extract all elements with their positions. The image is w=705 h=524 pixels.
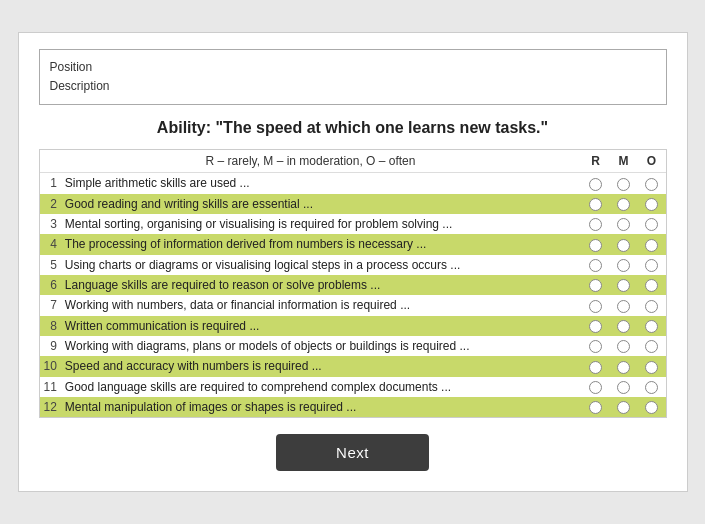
radio-r-cell[interactable] [582,356,610,376]
radio-m-cell[interactable] [610,234,638,254]
radio-o-cell[interactable] [638,255,666,275]
radio-r-cell[interactable] [582,234,610,254]
radio-o-icon[interactable] [645,340,658,353]
radio-o-icon[interactable] [645,300,658,313]
radio-r-icon[interactable] [589,279,602,292]
radio-o-icon[interactable] [645,381,658,394]
radio-r-cell[interactable] [582,173,610,194]
radio-r-icon[interactable] [589,361,602,374]
radio-m-icon[interactable] [617,401,630,414]
radio-r-cell[interactable] [582,336,610,356]
radio-m-icon[interactable] [617,300,630,313]
radio-m-cell[interactable] [610,316,638,336]
row-description: Working with diagrams, plans or models o… [61,336,582,356]
radio-m-icon[interactable] [617,279,630,292]
table-header-o: O [638,150,666,173]
row-description: Working with numbers, data or financial … [61,295,582,315]
table-row: 12Mental manipulation of images or shape… [40,397,666,417]
table-row: 10Speed and accuracy with numbers is req… [40,356,666,376]
radio-m-cell[interactable] [610,356,638,376]
radio-o-cell[interactable] [638,275,666,295]
row-description: Speed and accuracy with numbers is requi… [61,356,582,376]
row-number: 7 [40,295,61,315]
row-description: Good reading and writing skills are esse… [61,194,582,214]
radio-r-cell[interactable] [582,255,610,275]
row-description: Written communication is required ... [61,316,582,336]
row-description: Mental sorting, organising or visualisin… [61,214,582,234]
row-number: 6 [40,275,61,295]
radio-o-cell[interactable] [638,173,666,194]
radio-r-cell[interactable] [582,194,610,214]
radio-r-icon[interactable] [589,340,602,353]
radio-m-cell[interactable] [610,214,638,234]
radio-m-cell[interactable] [610,194,638,214]
radio-r-cell[interactable] [582,214,610,234]
radio-r-icon[interactable] [589,381,602,394]
radio-o-icon[interactable] [645,218,658,231]
radio-m-cell[interactable] [610,255,638,275]
table-header-m: M [610,150,638,173]
radio-r-icon[interactable] [589,239,602,252]
radio-m-cell[interactable] [610,397,638,417]
radio-o-cell[interactable] [638,234,666,254]
radio-o-icon[interactable] [645,259,658,272]
radio-r-icon[interactable] [589,198,602,211]
radio-r-cell[interactable] [582,275,610,295]
radio-o-cell[interactable] [638,356,666,376]
radio-m-cell[interactable] [610,295,638,315]
radio-o-icon[interactable] [645,279,658,292]
position-description-box: Position Description [39,49,667,105]
radio-m-icon[interactable] [617,361,630,374]
radio-m-icon[interactable] [617,320,630,333]
table-row: 5Using charts or diagrams or visualising… [40,255,666,275]
radio-r-icon[interactable] [589,300,602,313]
radio-o-cell[interactable] [638,194,666,214]
next-button[interactable]: Next [276,434,429,471]
radio-o-cell[interactable] [638,397,666,417]
row-description: Language skills are required to reason o… [61,275,582,295]
table-row: 1Simple arithmetic skills are used ... [40,173,666,194]
radio-m-icon[interactable] [617,178,630,191]
row-number: 9 [40,336,61,356]
radio-r-icon[interactable] [589,259,602,272]
radio-r-icon[interactable] [589,401,602,414]
radio-r-cell[interactable] [582,377,610,397]
radio-r-cell[interactable] [582,397,610,417]
radio-r-cell[interactable] [582,316,610,336]
radio-o-icon[interactable] [645,198,658,211]
next-button-container: Next [39,434,667,471]
radio-m-icon[interactable] [617,340,630,353]
radio-m-icon[interactable] [617,198,630,211]
radio-o-icon[interactable] [645,320,658,333]
radio-o-cell[interactable] [638,377,666,397]
radio-m-cell[interactable] [610,275,638,295]
radio-o-icon[interactable] [645,361,658,374]
radio-m-icon[interactable] [617,239,630,252]
row-number: 2 [40,194,61,214]
radio-m-cell[interactable] [610,173,638,194]
description-label: Description [50,77,656,96]
radio-o-cell[interactable] [638,295,666,315]
table-row: 7Working with numbers, data or financial… [40,295,666,315]
ability-table: R – rarely, M – in moderation, O – often… [40,150,666,417]
radio-m-icon[interactable] [617,381,630,394]
table-row: 8Written communication is required ... [40,316,666,336]
radio-o-cell[interactable] [638,336,666,356]
radio-m-icon[interactable] [617,218,630,231]
row-number: 11 [40,377,61,397]
radio-m-cell[interactable] [610,377,638,397]
radio-o-icon[interactable] [645,178,658,191]
radio-m-icon[interactable] [617,259,630,272]
row-number: 8 [40,316,61,336]
radio-r-icon[interactable] [589,320,602,333]
radio-r-icon[interactable] [589,218,602,231]
row-description: Simple arithmetic skills are used ... [61,173,582,194]
radio-o-icon[interactable] [645,239,658,252]
radio-r-cell[interactable] [582,295,610,315]
table-row: 2Good reading and writing skills are ess… [40,194,666,214]
radio-r-icon[interactable] [589,178,602,191]
radio-o-cell[interactable] [638,214,666,234]
radio-o-cell[interactable] [638,316,666,336]
radio-m-cell[interactable] [610,336,638,356]
radio-o-icon[interactable] [645,401,658,414]
